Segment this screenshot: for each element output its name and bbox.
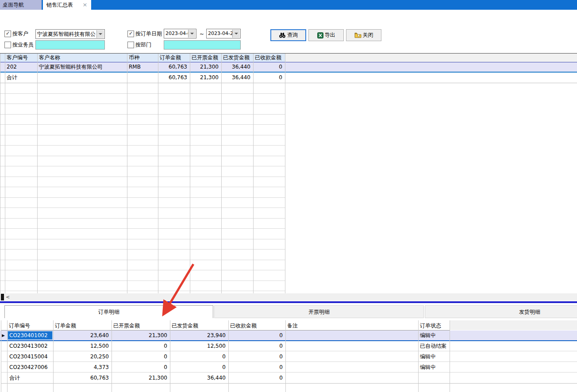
summary-cell[interactable]: 0 [253, 62, 285, 72]
summary-col-header[interactable]: 已收款金额 [253, 54, 285, 62]
detail-cell[interactable]: 0 [228, 363, 285, 372]
grid-line [5, 54, 5, 293]
summary-col-header[interactable]: 币种 [127, 54, 158, 62]
grid-line [0, 54, 0, 293]
grid-line [112, 320, 112, 392]
date-from-select[interactable]: 2023-04-01 [164, 29, 196, 38]
detail-cell[interactable]: 已自动结案 [418, 342, 450, 351]
grid-line [418, 320, 419, 392]
customer-select[interactable]: 宁波夏拓智能科技有限公 [35, 29, 105, 39]
summary-col-header[interactable]: 客户名称 [37, 54, 127, 62]
detail-col-header[interactable]: 已收款金额 [228, 321, 285, 330]
summary-cell[interactable]: RMB [127, 62, 158, 72]
chevron-down-icon[interactable] [96, 30, 104, 38]
grid-line [285, 320, 286, 392]
tab-shipment-detail[interactable]: 发货明细 [425, 305, 577, 318]
detail-col-header[interactable]: 已发货金额 [170, 321, 228, 330]
detail-cell[interactable]: 编辑中 [418, 363, 450, 372]
detail-total-cell: 21,300 [112, 373, 170, 383]
department-input[interactable] [164, 40, 241, 50]
tab-order-detail[interactable]: 订单明细 [4, 305, 213, 318]
detail-total-cell: 60,763 [53, 373, 112, 383]
chevron-left-icon[interactable]: < [6, 293, 12, 301]
chevron-down-icon[interactable] [232, 30, 240, 38]
by-department-label: 按部门 [135, 41, 151, 48]
salesman-input[interactable] [35, 40, 105, 50]
summary-cell[interactable]: 60,763 [158, 62, 190, 72]
customer-select-value: 宁波夏拓智能科技有限公 [37, 31, 97, 38]
detail-col-header[interactable]: 订单状态 [418, 321, 450, 330]
summary-cell[interactable]: 宁波夏拓智能科技有限公司 [37, 62, 127, 72]
by-salesman-label: 按业务员 [12, 41, 34, 48]
scrollbar-grip[interactable] [1, 294, 4, 300]
tab-desktop-nav[interactable]: 桌面导航 [0, 0, 42, 10]
by-salesman-checkbox[interactable] [4, 42, 11, 48]
detail-cell[interactable]: 编辑中 [418, 331, 450, 340]
detail-cell[interactable]: 编辑中 [418, 352, 450, 361]
detail-cell[interactable]: 12,500 [53, 342, 112, 351]
date-to-value: 2023-04-29 [208, 31, 233, 36]
detail-cell[interactable]: 21,300 [112, 331, 170, 340]
summary-cell[interactable]: 21,300 [190, 62, 221, 72]
detail-col-header[interactable]: 备注 [285, 321, 418, 330]
detail-selected-row-border [0, 340, 577, 341]
close-button[interactable]: 关闭 [346, 29, 381, 41]
detail-cell[interactable]: 0 [228, 352, 285, 361]
grid-line [221, 54, 222, 293]
date-to-select[interactable]: 2023-04-29 [206, 29, 241, 38]
detail-cell-selected[interactable]: CO230401002 [8, 331, 53, 340]
chevron-down-icon[interactable] [188, 30, 196, 38]
summary-selected-row-border [0, 72, 577, 73]
detail-cell[interactable]: 0 [228, 331, 285, 340]
summary-total-cell: 合计 [5, 73, 37, 82]
summary-empty-grid [0, 83, 285, 293]
detail-cell[interactable]: 12,500 [170, 342, 228, 351]
splitter-bar[interactable] [0, 301, 577, 303]
detail-cell[interactable]: 0 [170, 363, 228, 372]
detail-cell[interactable]: 0 [112, 342, 170, 351]
summary-cell[interactable]: 202 [5, 62, 37, 72]
close-button-label: 关闭 [363, 31, 373, 39]
detail-cell[interactable]: 0 [228, 342, 285, 351]
close-icon[interactable]: × [81, 0, 89, 10]
detail-cell[interactable]: 23,640 [53, 331, 112, 340]
summary-col-header[interactable]: 客户编号 [5, 54, 37, 62]
date-range-separator: ~ [200, 31, 204, 38]
detail-cell[interactable]: 0 [112, 363, 170, 372]
row-indicator-icon: ▶ [2, 331, 6, 339]
row-border [1, 351, 577, 351]
detail-cell[interactable]: 0 [112, 352, 170, 361]
detail-cell[interactable]: CO230415004 [8, 352, 53, 361]
horizontal-scrollbar[interactable] [0, 293, 577, 301]
detail-cell[interactable]: 23,940 [170, 331, 228, 340]
detail-total-cell: 36,440 [170, 373, 228, 383]
detail-col-header[interactable]: 订单编号 [7, 321, 53, 330]
summary-col-header[interactable]: 已发货金额 [221, 54, 253, 62]
detail-total-border [1, 383, 577, 384]
summary-total-cell: 21,300 [190, 73, 221, 82]
folder-icon [354, 32, 362, 38]
app-window: 桌面导航 销售汇总表 × ✓ 按客户 宁波夏拓智能科技有限公 按业务员 ✓ 按订… [0, 0, 577, 392]
grid-line [253, 54, 254, 293]
tab-invoice-detail[interactable]: 开票明细 [214, 305, 424, 318]
by-order-date-checkbox[interactable]: ✓ [127, 31, 134, 37]
summary-col-header[interactable]: 已开票金额 [190, 54, 221, 62]
detail-cell[interactable]: 20,250 [53, 352, 112, 361]
by-customer-checkbox[interactable]: ✓ [4, 31, 11, 37]
query-button[interactable]: 查询 [270, 29, 306, 41]
detail-col-header[interactable]: 已开票金额 [112, 321, 170, 330]
summary-cell[interactable]: 36,440 [221, 62, 253, 72]
grid-line [190, 54, 190, 293]
summary-col-header[interactable]: 订单金额 [158, 54, 190, 62]
detail-cell[interactable]: 4,373 [53, 363, 112, 372]
detail-cell[interactable]: CO230413002 [8, 342, 53, 351]
by-department-checkbox[interactable] [127, 42, 134, 48]
detail-cell[interactable]: CO230427006 [8, 363, 53, 372]
detail-col-header[interactable]: 订单金额 [53, 321, 112, 330]
grid-line [228, 320, 229, 392]
grid-line [450, 320, 450, 392]
detail-total-cell: 合计 [8, 373, 53, 383]
export-button[interactable]: 导出 [308, 29, 344, 41]
grid-line [170, 320, 170, 392]
detail-cell[interactable]: 0 [170, 352, 228, 361]
